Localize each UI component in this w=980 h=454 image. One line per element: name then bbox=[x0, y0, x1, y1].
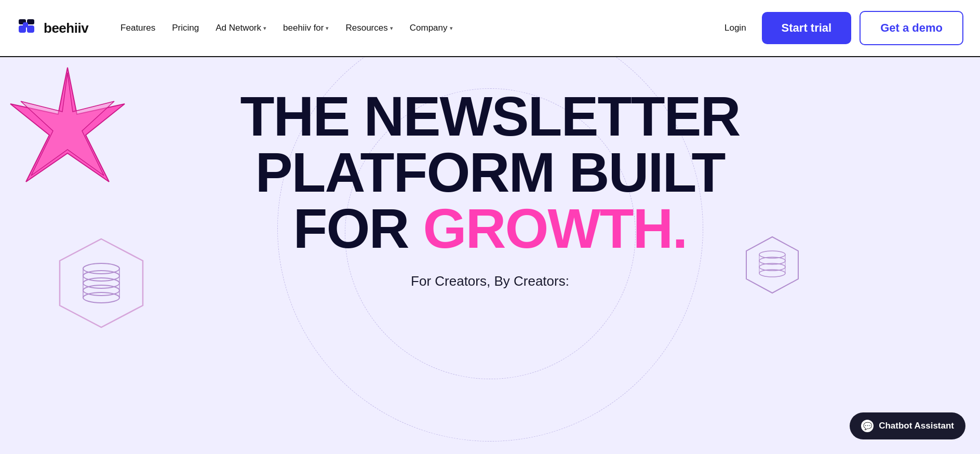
hero-subtext: For Creators, By Creators: bbox=[411, 273, 569, 289]
chatbot-assistant-button[interactable]: Chatbot Assistant bbox=[850, 412, 965, 439]
nav-ad-network[interactable]: Ad Network ▾ bbox=[208, 19, 274, 37]
nav-company[interactable]: Company ▾ bbox=[402, 19, 460, 37]
nav-pricing[interactable]: Pricing bbox=[165, 19, 206, 37]
get-demo-button[interactable]: Get a demo bbox=[860, 11, 963, 45]
svg-rect-1 bbox=[27, 25, 34, 33]
start-trial-button[interactable]: Start trial bbox=[762, 12, 852, 44]
nav-features[interactable]: Features bbox=[113, 19, 163, 37]
main-nav: beehiiv Features Pricing Ad Network ▾ be… bbox=[0, 0, 980, 57]
resources-chevron: ▾ bbox=[390, 25, 393, 32]
headline-line2: PLATFORM BUILT bbox=[240, 144, 740, 201]
nav-resources[interactable]: Resources ▾ bbox=[338, 19, 400, 37]
login-button[interactable]: Login bbox=[717, 19, 754, 37]
beehiiv-for-chevron: ▾ bbox=[326, 25, 329, 32]
chatbot-label: Chatbot Assistant bbox=[879, 421, 954, 431]
headline-line3: FOR GROWTH. bbox=[240, 201, 740, 257]
hex-left-decoration bbox=[52, 234, 151, 332]
svg-point-9 bbox=[83, 292, 119, 303]
hero-headline: THE NEWSLETTER PLATFORM BUILT FOR GROWTH… bbox=[220, 88, 761, 257]
logo-text: beehiiv bbox=[44, 20, 88, 36]
svg-rect-4 bbox=[23, 22, 28, 28]
nav-links: Features Pricing Ad Network ▾ beehiiv fo… bbox=[113, 19, 717, 37]
nav-actions: Login Start trial Get a demo bbox=[717, 11, 963, 45]
hero-section: THE NEWSLETTER PLATFORM BUILT FOR GROWTH… bbox=[0, 57, 980, 454]
svg-rect-3 bbox=[27, 19, 34, 24]
logo-link[interactable]: beehiiv bbox=[17, 18, 88, 38]
chatbot-icon bbox=[861, 420, 874, 432]
company-chevron: ▾ bbox=[450, 25, 453, 32]
nav-beehiiv-for[interactable]: beehiiv for ▾ bbox=[276, 19, 336, 37]
star-decoration bbox=[0, 62, 135, 197]
logo-icon bbox=[17, 18, 38, 38]
headline-line1: THE NEWSLETTER bbox=[240, 88, 740, 144]
headline-growth: GROWTH. bbox=[423, 197, 687, 260]
ad-network-chevron: ▾ bbox=[263, 25, 266, 32]
